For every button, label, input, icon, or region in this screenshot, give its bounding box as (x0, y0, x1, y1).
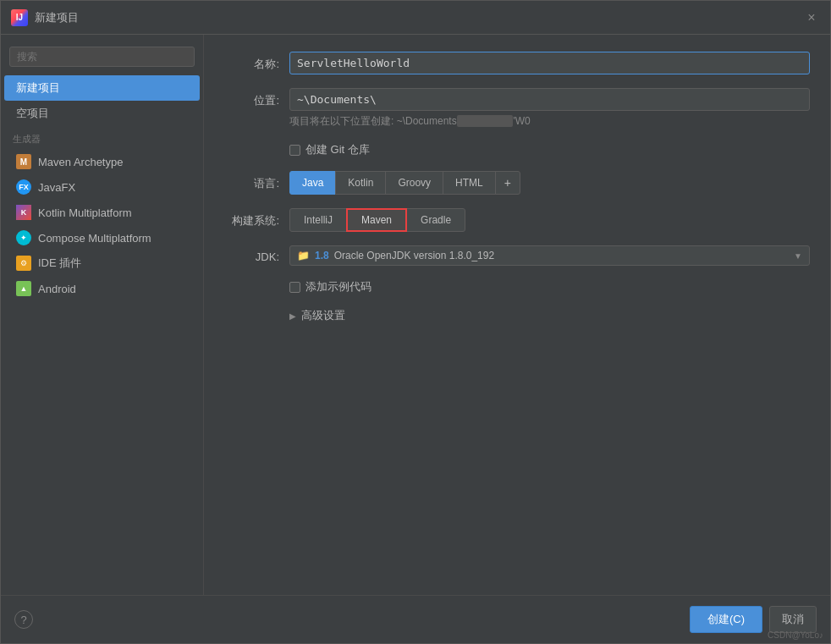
git-checkbox-row: 创建 Git 仓库 (289, 142, 810, 157)
compose-icon: ✦ (16, 230, 31, 245)
advanced-control: ▶ 高级设置 (289, 308, 810, 323)
jdk-row: JDK: 📁 1.8 Oracle OpenJDK version 1.8.0_… (224, 245, 810, 266)
build-btn-intellij[interactable]: IntelliJ (289, 208, 347, 232)
location-row: 位置: 项目将在以下位置创建: ~\Documents 'W0 (224, 88, 810, 129)
location-input[interactable] (289, 88, 810, 111)
sidebar-item-compose-multiplatform[interactable]: ✦ Compose Multiplatform (4, 225, 200, 250)
bottom-left: ? (14, 610, 33, 629)
close-button[interactable]: × (803, 9, 820, 26)
lang-btn-html[interactable]: HTML (443, 171, 496, 195)
sample-code-control: 添加示例代码 (289, 279, 810, 294)
sidebar-item-label-empty: 空项目 (16, 106, 49, 121)
location-label: 位置: (224, 88, 279, 108)
build-control: IntelliJ Maven Gradle (289, 208, 810, 232)
sidebar-item-ide-plugin[interactable]: ⚙ IDE 插件 (4, 250, 200, 276)
jdk-selector[interactable]: 📁 1.8 Oracle OpenJDK version 1.8.0_192 ▼ (289, 245, 810, 266)
main-content: 新建项目 空项目 生成器 M Maven Archetype FX JavaFX (1, 35, 830, 595)
sidebar-item-label-new: 新建项目 (16, 80, 60, 96)
sidebar-item-maven-archetype[interactable]: M Maven Archetype (4, 149, 200, 174)
cancel-button[interactable]: 取消 (769, 606, 817, 633)
sample-code-checkbox[interactable] (289, 282, 300, 293)
javafx-icon: FX (16, 179, 31, 195)
sidebar-label-compose: Compose Multiplatform (38, 232, 151, 245)
name-label: 名称: (224, 52, 279, 72)
build-label: 构建系统: (224, 208, 279, 228)
dialog-title: 新建项目 (35, 10, 79, 25)
android-icon: ▲ (16, 281, 31, 296)
git-checkbox[interactable] (289, 145, 300, 156)
build-btn-gradle[interactable]: Gradle (406, 208, 465, 232)
advanced-chevron-icon: ▶ (289, 311, 296, 321)
sidebar-label-android: Android (38, 283, 76, 295)
name-input[interactable] (289, 52, 810, 74)
sidebar-item-android[interactable]: ▲ Android (4, 276, 200, 301)
git-row: 创建 Git 仓库 (224, 142, 810, 157)
watermark: CSDN@YoLo♪ (768, 630, 823, 640)
location-input-row (289, 88, 810, 111)
jdk-version: 1.8 (315, 250, 329, 261)
git-checkbox-label: 创建 Git 仓库 (305, 142, 370, 157)
jdk-control: 📁 1.8 Oracle OpenJDK version 1.8.0_192 ▼ (289, 245, 810, 266)
jdk-label: JDK: (224, 245, 279, 263)
app-icon: IJ (11, 9, 28, 26)
git-control: 创建 Git 仓库 (289, 142, 810, 157)
search-bar (1, 41, 203, 72)
sample-code-row: 添加示例代码 (224, 279, 810, 294)
lang-btn-java[interactable]: Java (289, 171, 336, 195)
sidebar-item-new-project[interactable]: 新建项目 (4, 75, 200, 101)
git-label-spacer (224, 142, 279, 147)
right-panel: 名称: 位置: 项目将在以下位置创建: ~\Documents 'W0 (204, 35, 830, 595)
lang-btn-kotlin[interactable]: Kotlin (335, 171, 386, 195)
help-button[interactable]: ? (14, 610, 33, 629)
language-label: 语言: (224, 171, 279, 191)
build-row: 构建系统: IntelliJ Maven Gradle (224, 208, 810, 232)
build-button-group: IntelliJ Maven Gradle (289, 208, 810, 232)
search-input[interactable] (9, 47, 195, 67)
language-row: 语言: Java Kotlin Groovy HTML + (224, 171, 810, 195)
advanced-label: 高级设置 (301, 308, 345, 323)
title-bar-left: IJ 新建项目 (11, 9, 79, 26)
sample-code-label: 添加示例代码 (305, 279, 371, 294)
maven-icon: M (16, 154, 31, 169)
sidebar-label-javafx: JavaFX (38, 181, 75, 194)
location-control: 项目将在以下位置创建: ~\Documents 'W0 (289, 88, 810, 129)
build-btn-maven[interactable]: Maven (346, 208, 407, 232)
advanced-spacer (224, 308, 279, 313)
name-control (289, 52, 810, 74)
ide-icon: ⚙ (16, 256, 31, 271)
create-button[interactable]: 创建(C) (690, 606, 762, 633)
language-button-group: Java Kotlin Groovy HTML + (289, 171, 810, 195)
advanced-row: ▶ 高级设置 (224, 308, 810, 323)
sidebar-label-maven: Maven Archetype (38, 156, 123, 168)
sidebar-item-kotlin-multiplatform[interactable]: K Kotlin Multiplatform (4, 200, 200, 225)
jdk-folder-icon: 📁 (297, 250, 310, 261)
sample-code-spacer (224, 279, 279, 284)
jdk-dropdown-arrow: ▼ (794, 251, 802, 261)
title-bar: IJ 新建项目 × (1, 1, 830, 35)
location-hint: 项目将在以下位置创建: ~\Documents 'W0 (289, 114, 810, 129)
sidebar-item-empty-project[interactable]: 空项目 (4, 101, 200, 126)
lang-btn-groovy[interactable]: Groovy (385, 171, 443, 195)
generators-section-label: 生成器 (1, 126, 203, 149)
new-project-dialog: IJ 新建项目 × 新建项目 空项目 生成器 M Maven Archetype (0, 0, 831, 644)
sidebar-item-javafx[interactable]: FX JavaFX (4, 174, 200, 200)
sidebar-label-kotlin: Kotlin Multiplatform (38, 206, 132, 219)
language-add-button[interactable]: + (495, 171, 520, 195)
bottom-bar: ? 创建(C) 取消 (1, 595, 830, 643)
bottom-right: 创建(C) 取消 (690, 606, 817, 633)
advanced-settings-toggle[interactable]: ▶ 高级设置 (289, 308, 810, 323)
kotlin-icon: K (16, 205, 31, 220)
sample-code-checkbox-row: 添加示例代码 (289, 279, 810, 294)
language-control: Java Kotlin Groovy HTML + (289, 171, 810, 195)
name-row: 名称: (224, 52, 810, 74)
sidebar: 新建项目 空项目 生成器 M Maven Archetype FX JavaFX (1, 35, 204, 595)
sidebar-label-ide: IDE 插件 (38, 256, 81, 271)
jdk-full-text: Oracle OpenJDK version 1.8.0_192 (334, 250, 789, 261)
